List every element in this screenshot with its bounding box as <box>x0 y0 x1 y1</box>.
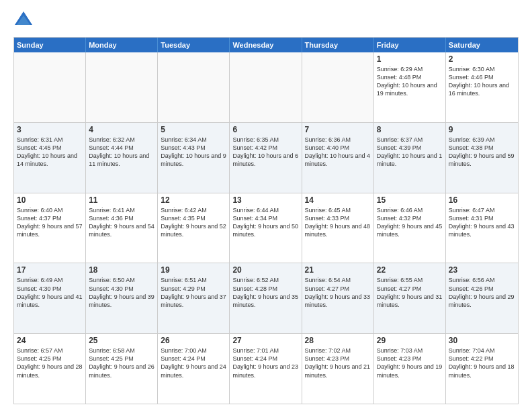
day-info: Sunrise: 6:45 AMSunset: 4:33 PMDaylight:… <box>305 206 371 239</box>
day-number: 6 <box>232 125 298 134</box>
day-cell: 22Sunrise: 6:55 AMSunset: 4:27 PMDayligh… <box>374 263 446 333</box>
day-info: Sunrise: 6:40 AMSunset: 4:37 PMDaylight:… <box>17 206 83 239</box>
day-cell: 7Sunrise: 6:36 AMSunset: 4:40 PMDaylight… <box>302 123 374 193</box>
weekday-header: Sunday <box>14 38 86 52</box>
day-cell: 19Sunrise: 6:51 AMSunset: 4:29 PMDayligh… <box>158 263 230 333</box>
day-info: Sunrise: 6:30 AMSunset: 4:46 PMDaylight:… <box>449 65 515 98</box>
day-cell: 14Sunrise: 6:45 AMSunset: 4:33 PMDayligh… <box>302 193 374 263</box>
day-cell: 23Sunrise: 6:56 AMSunset: 4:26 PMDayligh… <box>446 263 518 333</box>
day-number: 11 <box>89 195 154 205</box>
day-cell: 5Sunrise: 6:34 AMSunset: 4:43 PMDaylight… <box>158 123 230 193</box>
day-info: Sunrise: 6:29 AMSunset: 4:48 PMDaylight:… <box>377 65 443 98</box>
day-number: 8 <box>377 125 443 134</box>
calendar: SundayMondayTuesdayWednesdayThursdayFrid… <box>13 37 519 404</box>
day-info: Sunrise: 6:34 AMSunset: 4:43 PMDaylight:… <box>161 136 226 169</box>
day-number: 20 <box>232 265 298 275</box>
day-number: 4 <box>89 125 154 134</box>
logo <box>13 10 37 30</box>
day-info: Sunrise: 6:41 AMSunset: 4:36 PMDaylight:… <box>89 206 154 239</box>
day-cell: 29Sunrise: 7:03 AMSunset: 4:23 PMDayligh… <box>374 334 446 404</box>
weekday-header: Thursday <box>302 38 374 52</box>
day-cell: 25Sunrise: 6:58 AMSunset: 4:25 PMDayligh… <box>86 334 158 404</box>
weekday-header: Monday <box>86 38 158 52</box>
calendar-row: 10Sunrise: 6:40 AMSunset: 4:37 PMDayligh… <box>14 193 518 263</box>
day-info: Sunrise: 6:52 AMSunset: 4:28 PMDaylight:… <box>232 276 298 309</box>
day-cell: 1Sunrise: 6:29 AMSunset: 4:48 PMDaylight… <box>374 52 446 122</box>
calendar-header: SundayMondayTuesdayWednesdayThursdayFrid… <box>14 38 518 52</box>
day-number: 1 <box>377 54 443 64</box>
day-number: 28 <box>305 336 371 345</box>
day-info: Sunrise: 6:35 AMSunset: 4:42 PMDaylight:… <box>232 136 298 169</box>
weekday-header: Friday <box>374 38 446 52</box>
day-info: Sunrise: 7:03 AMSunset: 4:23 PMDaylight:… <box>377 347 443 379</box>
day-info: Sunrise: 6:32 AMSunset: 4:44 PMDaylight:… <box>89 136 154 169</box>
day-number: 29 <box>377 336 443 345</box>
page: SundayMondayTuesdayWednesdayThursdayFrid… <box>0 0 532 411</box>
day-number: 3 <box>17 125 83 134</box>
day-number: 26 <box>161 336 226 345</box>
day-number: 21 <box>305 265 371 275</box>
day-number: 14 <box>305 195 371 205</box>
day-cell: 6Sunrise: 6:35 AMSunset: 4:42 PMDaylight… <box>230 123 302 193</box>
day-info: Sunrise: 6:57 AMSunset: 4:25 PMDaylight:… <box>17 347 83 379</box>
day-info: Sunrise: 7:02 AMSunset: 4:23 PMDaylight:… <box>305 347 371 379</box>
weekday-header: Saturday <box>446 38 518 52</box>
empty-cell <box>86 52 158 122</box>
day-info: Sunrise: 6:46 AMSunset: 4:32 PMDaylight:… <box>377 206 443 239</box>
day-number: 22 <box>377 265 443 275</box>
day-number: 9 <box>449 125 515 134</box>
day-cell: 15Sunrise: 6:46 AMSunset: 4:32 PMDayligh… <box>374 193 446 263</box>
day-cell: 16Sunrise: 6:47 AMSunset: 4:31 PMDayligh… <box>446 193 518 263</box>
day-cell: 11Sunrise: 6:41 AMSunset: 4:36 PMDayligh… <box>86 193 158 263</box>
day-info: Sunrise: 7:04 AMSunset: 4:22 PMDaylight:… <box>449 347 515 379</box>
day-info: Sunrise: 6:50 AMSunset: 4:30 PMDaylight:… <box>89 276 154 309</box>
weekday-header: Tuesday <box>158 38 230 52</box>
day-info: Sunrise: 6:31 AMSunset: 4:45 PMDaylight:… <box>17 136 83 169</box>
logo-icon <box>13 10 34 30</box>
day-number: 17 <box>17 265 83 275</box>
day-number: 13 <box>232 195 298 205</box>
day-number: 24 <box>17 336 83 345</box>
day-cell: 24Sunrise: 6:57 AMSunset: 4:25 PMDayligh… <box>14 334 86 404</box>
day-cell: 18Sunrise: 6:50 AMSunset: 4:30 PMDayligh… <box>86 263 158 333</box>
day-info: Sunrise: 6:44 AMSunset: 4:34 PMDaylight:… <box>232 206 298 239</box>
day-cell: 26Sunrise: 7:00 AMSunset: 4:24 PMDayligh… <box>158 334 230 404</box>
day-cell: 4Sunrise: 6:32 AMSunset: 4:44 PMDaylight… <box>86 123 158 193</box>
day-info: Sunrise: 6:51 AMSunset: 4:29 PMDaylight:… <box>161 276 226 309</box>
header <box>13 10 519 30</box>
day-number: 18 <box>89 265 154 275</box>
day-number: 2 <box>449 54 515 64</box>
day-info: Sunrise: 6:56 AMSunset: 4:26 PMDaylight:… <box>449 276 515 309</box>
day-info: Sunrise: 7:01 AMSunset: 4:24 PMDaylight:… <box>232 347 298 379</box>
day-info: Sunrise: 6:42 AMSunset: 4:35 PMDaylight:… <box>161 206 226 239</box>
calendar-row: 3Sunrise: 6:31 AMSunset: 4:45 PMDaylight… <box>14 122 518 193</box>
day-info: Sunrise: 6:36 AMSunset: 4:40 PMDaylight:… <box>305 136 371 169</box>
calendar-body: 1Sunrise: 6:29 AMSunset: 4:48 PMDaylight… <box>14 52 518 404</box>
calendar-row: 1Sunrise: 6:29 AMSunset: 4:48 PMDaylight… <box>14 52 518 122</box>
day-number: 25 <box>89 336 154 345</box>
day-cell: 12Sunrise: 6:42 AMSunset: 4:35 PMDayligh… <box>158 193 230 263</box>
day-info: Sunrise: 6:39 AMSunset: 4:38 PMDaylight:… <box>449 136 515 169</box>
day-info: Sunrise: 6:47 AMSunset: 4:31 PMDaylight:… <box>449 206 515 239</box>
day-number: 27 <box>232 336 298 345</box>
day-number: 10 <box>17 195 83 205</box>
empty-cell <box>302 52 374 122</box>
day-number: 16 <box>449 195 515 205</box>
day-number: 12 <box>161 195 226 205</box>
day-cell: 8Sunrise: 6:37 AMSunset: 4:39 PMDaylight… <box>374 123 446 193</box>
day-cell: 3Sunrise: 6:31 AMSunset: 4:45 PMDaylight… <box>14 123 86 193</box>
day-cell: 13Sunrise: 6:44 AMSunset: 4:34 PMDayligh… <box>230 193 302 263</box>
day-info: Sunrise: 6:37 AMSunset: 4:39 PMDaylight:… <box>377 136 443 169</box>
empty-cell <box>230 52 302 122</box>
day-cell: 10Sunrise: 6:40 AMSunset: 4:37 PMDayligh… <box>14 193 86 263</box>
day-cell: 27Sunrise: 7:01 AMSunset: 4:24 PMDayligh… <box>230 334 302 404</box>
day-cell: 2Sunrise: 6:30 AMSunset: 4:46 PMDaylight… <box>446 52 518 122</box>
day-cell: 9Sunrise: 6:39 AMSunset: 4:38 PMDaylight… <box>446 123 518 193</box>
day-number: 7 <box>305 125 371 134</box>
day-info: Sunrise: 6:55 AMSunset: 4:27 PMDaylight:… <box>377 276 443 309</box>
day-info: Sunrise: 7:00 AMSunset: 4:24 PMDaylight:… <box>161 347 226 379</box>
day-info: Sunrise: 6:58 AMSunset: 4:25 PMDaylight:… <box>89 347 154 379</box>
empty-cell <box>14 52 86 122</box>
day-number: 15 <box>377 195 443 205</box>
empty-cell <box>158 52 230 122</box>
